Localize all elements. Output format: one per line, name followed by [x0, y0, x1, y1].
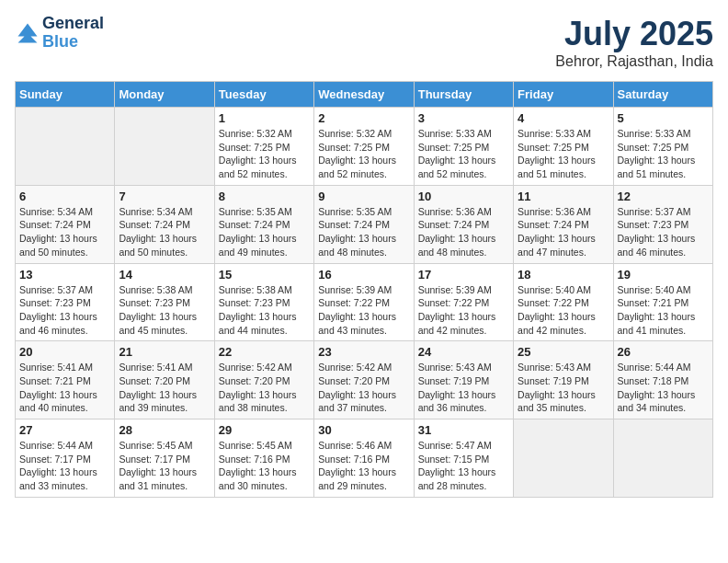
day-info: Sunrise: 5:38 AMSunset: 7:23 PMDaylight:…	[219, 283, 310, 338]
day-cell: 24Sunrise: 5:43 AMSunset: 7:19 PMDayligh…	[414, 341, 513, 419]
day-number: 21	[119, 345, 210, 359]
day-header-thursday: Thursday	[414, 82, 513, 108]
day-info: Sunrise: 5:45 AMSunset: 7:17 PMDaylight:…	[119, 439, 210, 493]
day-number: 31	[418, 423, 509, 437]
day-info: Sunrise: 5:32 AMSunset: 7:25 PMDaylight:…	[219, 127, 310, 181]
day-cell: 16Sunrise: 5:39 AMSunset: 7:22 PMDayligh…	[314, 263, 414, 341]
day-cell: 9Sunrise: 5:35 AMSunset: 7:24 PMDaylight…	[314, 185, 414, 263]
day-number: 19	[618, 268, 709, 282]
day-info: Sunrise: 5:33 AMSunset: 7:25 PMDaylight:…	[618, 127, 709, 181]
day-number: 8	[219, 190, 310, 203]
day-number: 23	[318, 345, 409, 359]
day-number: 4	[518, 111, 609, 125]
day-info: Sunrise: 5:44 AMSunset: 7:18 PMDaylight:…	[618, 361, 709, 415]
day-info: Sunrise: 5:39 AMSunset: 7:22 PMDaylight:…	[318, 283, 409, 338]
svg-marker-1	[18, 23, 38, 42]
day-cell: 11Sunrise: 5:36 AMSunset: 7:24 PMDayligh…	[514, 185, 613, 263]
week-row-5: 27Sunrise: 5:44 AMSunset: 7:17 PMDayligh…	[16, 419, 713, 498]
day-cell: 23Sunrise: 5:42 AMSunset: 7:20 PMDayligh…	[314, 341, 414, 419]
day-info: Sunrise: 5:41 AMSunset: 7:21 PMDaylight:…	[19, 361, 110, 415]
day-cell: 27Sunrise: 5:44 AMSunset: 7:17 PMDayligh…	[16, 419, 115, 498]
title-section: July 2025 Behror, Rajasthan, India	[555, 15, 713, 70]
day-cell: 28Sunrise: 5:45 AMSunset: 7:17 PMDayligh…	[115, 419, 214, 498]
day-info: Sunrise: 5:34 AMSunset: 7:24 PMDaylight:…	[119, 205, 210, 259]
logo-text: General Blue	[42, 15, 104, 52]
day-cell	[514, 419, 613, 498]
day-cell: 20Sunrise: 5:41 AMSunset: 7:21 PMDayligh…	[16, 341, 115, 419]
day-cell: 13Sunrise: 5:37 AMSunset: 7:23 PMDayligh…	[16, 263, 115, 341]
day-number: 10	[418, 190, 509, 203]
day-cell: 5Sunrise: 5:33 AMSunset: 7:25 PMDaylight…	[613, 108, 712, 186]
day-info: Sunrise: 5:37 AMSunset: 7:23 PMDaylight:…	[618, 205, 709, 259]
day-info: Sunrise: 5:40 AMSunset: 7:21 PMDaylight:…	[618, 283, 709, 338]
day-info: Sunrise: 5:45 AMSunset: 7:16 PMDaylight:…	[219, 439, 310, 493]
day-cell	[613, 419, 712, 498]
day-info: Sunrise: 5:37 AMSunset: 7:23 PMDaylight:…	[19, 283, 110, 338]
day-cell: 12Sunrise: 5:37 AMSunset: 7:23 PMDayligh…	[613, 185, 712, 263]
logo-icon	[15, 20, 40, 46]
day-number: 24	[418, 345, 509, 359]
day-cell: 31Sunrise: 5:47 AMSunset: 7:15 PMDayligh…	[414, 419, 513, 498]
day-header-saturday: Saturday	[613, 82, 712, 108]
day-cell: 10Sunrise: 5:36 AMSunset: 7:24 PMDayligh…	[414, 185, 513, 263]
day-cell: 26Sunrise: 5:44 AMSunset: 7:18 PMDayligh…	[613, 341, 712, 419]
day-number: 7	[119, 190, 210, 203]
day-info: Sunrise: 5:38 AMSunset: 7:23 PMDaylight:…	[119, 283, 210, 338]
day-header-tuesday: Tuesday	[214, 82, 313, 108]
day-number: 12	[618, 190, 709, 203]
day-number: 11	[518, 190, 609, 203]
location: Behror, Rajasthan, India	[555, 53, 713, 70]
day-cell: 30Sunrise: 5:46 AMSunset: 7:16 PMDayligh…	[314, 419, 414, 498]
day-header-wednesday: Wednesday	[314, 82, 414, 108]
week-row-3: 13Sunrise: 5:37 AMSunset: 7:23 PMDayligh…	[16, 263, 713, 341]
day-cell: 7Sunrise: 5:34 AMSunset: 7:24 PMDaylight…	[115, 185, 214, 263]
day-number: 15	[219, 268, 310, 282]
week-row-1: 1Sunrise: 5:32 AMSunset: 7:25 PMDaylight…	[16, 108, 713, 186]
day-number: 9	[318, 190, 409, 203]
month-title: July 2025	[555, 15, 713, 53]
day-info: Sunrise: 5:32 AMSunset: 7:25 PMDaylight:…	[318, 127, 409, 181]
day-number: 2	[318, 111, 409, 125]
page-header: General Blue July 2025 Behror, Rajasthan…	[15, 15, 713, 70]
day-header-friday: Friday	[514, 82, 613, 108]
day-cell: 29Sunrise: 5:45 AMSunset: 7:16 PMDayligh…	[214, 419, 313, 498]
day-info: Sunrise: 5:33 AMSunset: 7:25 PMDaylight:…	[418, 127, 509, 181]
day-number: 1	[219, 111, 310, 125]
day-info: Sunrise: 5:40 AMSunset: 7:22 PMDaylight:…	[518, 283, 609, 338]
day-cell: 15Sunrise: 5:38 AMSunset: 7:23 PMDayligh…	[214, 263, 313, 341]
day-cell: 3Sunrise: 5:33 AMSunset: 7:25 PMDaylight…	[414, 108, 513, 186]
logo: General Blue	[15, 15, 104, 52]
day-cell	[16, 108, 115, 186]
day-header-monday: Monday	[115, 82, 214, 108]
day-cell: 21Sunrise: 5:41 AMSunset: 7:20 PMDayligh…	[115, 341, 214, 419]
day-info: Sunrise: 5:42 AMSunset: 7:20 PMDaylight:…	[318, 361, 409, 415]
day-number: 29	[219, 423, 310, 437]
day-info: Sunrise: 5:39 AMSunset: 7:22 PMDaylight:…	[418, 283, 509, 338]
week-row-4: 20Sunrise: 5:41 AMSunset: 7:21 PMDayligh…	[16, 341, 713, 419]
day-info: Sunrise: 5:44 AMSunset: 7:17 PMDaylight:…	[19, 439, 110, 493]
day-cell: 8Sunrise: 5:35 AMSunset: 7:24 PMDaylight…	[214, 185, 313, 263]
day-cell: 1Sunrise: 5:32 AMSunset: 7:25 PMDaylight…	[214, 108, 313, 186]
day-number: 3	[418, 111, 509, 125]
day-info: Sunrise: 5:35 AMSunset: 7:24 PMDaylight:…	[318, 205, 409, 259]
day-cell: 14Sunrise: 5:38 AMSunset: 7:23 PMDayligh…	[115, 263, 214, 341]
day-cell: 25Sunrise: 5:43 AMSunset: 7:19 PMDayligh…	[514, 341, 613, 419]
day-cell: 4Sunrise: 5:33 AMSunset: 7:25 PMDaylight…	[514, 108, 613, 186]
day-cell: 18Sunrise: 5:40 AMSunset: 7:22 PMDayligh…	[514, 263, 613, 341]
day-number: 14	[119, 268, 210, 282]
day-number: 6	[19, 190, 110, 203]
day-info: Sunrise: 5:34 AMSunset: 7:24 PMDaylight:…	[19, 205, 110, 259]
day-info: Sunrise: 5:47 AMSunset: 7:15 PMDaylight:…	[418, 439, 509, 493]
day-number: 26	[618, 345, 709, 359]
day-cell: 2Sunrise: 5:32 AMSunset: 7:25 PMDaylight…	[314, 108, 414, 186]
day-cell	[115, 108, 214, 186]
day-info: Sunrise: 5:42 AMSunset: 7:20 PMDaylight:…	[219, 361, 310, 415]
day-info: Sunrise: 5:36 AMSunset: 7:24 PMDaylight:…	[418, 205, 509, 259]
day-number: 27	[19, 423, 110, 437]
calendar-header-row: SundayMondayTuesdayWednesdayThursdayFrid…	[16, 82, 713, 108]
day-cell: 17Sunrise: 5:39 AMSunset: 7:22 PMDayligh…	[414, 263, 513, 341]
day-number: 18	[518, 268, 609, 282]
day-cell: 6Sunrise: 5:34 AMSunset: 7:24 PMDaylight…	[16, 185, 115, 263]
week-row-2: 6Sunrise: 5:34 AMSunset: 7:24 PMDaylight…	[16, 185, 713, 263]
day-info: Sunrise: 5:33 AMSunset: 7:25 PMDaylight:…	[518, 127, 609, 181]
